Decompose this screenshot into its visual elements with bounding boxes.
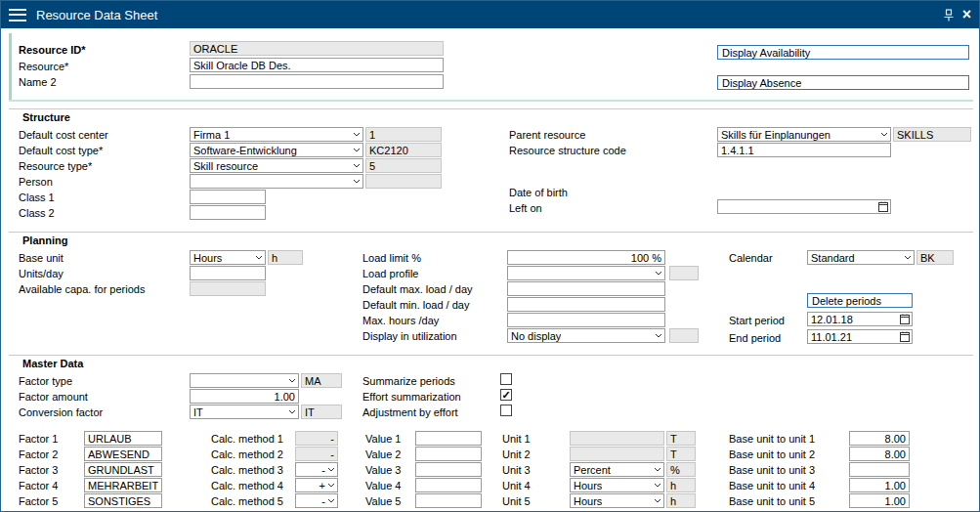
factor2-field[interactable] (84, 447, 162, 461)
base-unit-select[interactable]: Hours (190, 250, 266, 265)
class2-label: Class 2 (19, 207, 55, 219)
chevron-down-icon (288, 378, 296, 383)
display-absence-button[interactable]: Display Absence (717, 75, 969, 90)
unit4-select[interactable]: Hours (570, 478, 664, 492)
base-unit-to-unit1-field[interactable] (849, 431, 910, 446)
delete-periods-button[interactable]: Delete periods (807, 293, 913, 308)
base-unit-to-unit4-field[interactable] (849, 478, 910, 492)
end-period-label: End period (729, 332, 781, 344)
unit3-code (666, 462, 696, 477)
titlebar-actions: × (943, 7, 971, 22)
name2-label: Name 2 (19, 76, 57, 88)
name2-field[interactable] (190, 74, 444, 89)
default-cost-type-select[interactable]: Software-Entwicklung (190, 143, 363, 157)
calendar-label: Calendar (729, 252, 773, 264)
value2-label: Value 2 (365, 448, 402, 460)
default-min-load-field[interactable] (507, 297, 665, 312)
load-limit-label: Load limit % (362, 252, 421, 264)
calc-method3-value: - (299, 464, 327, 476)
default-cost-center-code (365, 127, 442, 142)
load-profile-select[interactable] (507, 266, 665, 280)
resource-name-field[interactable] (190, 58, 444, 72)
factor4-label: Factor 4 (19, 480, 58, 491)
factor1-field[interactable] (84, 431, 162, 446)
chevron-down-icon (655, 271, 662, 276)
calc-method3-select[interactable]: - (295, 462, 338, 477)
chevron-down-icon (654, 498, 661, 503)
calc-method2-label: Calc. method 2 (211, 448, 283, 460)
parent-resource-select[interactable]: Skills für Einplanungen (717, 127, 891, 142)
default-cost-type-code (365, 143, 442, 157)
display-utilization-select[interactable]: No display (507, 328, 665, 343)
base-unit-to-unit5-field[interactable] (849, 493, 910, 508)
default-cost-type-label: Default cost type* (19, 145, 103, 156)
resource-id-field (190, 41, 444, 56)
value2-field[interactable] (415, 447, 482, 461)
display-availability-button[interactable]: Display Availability (717, 45, 969, 60)
calendar-icon[interactable] (900, 331, 910, 342)
calendar-select[interactable]: Standard (807, 250, 915, 265)
person-code (365, 174, 442, 189)
class2-field[interactable] (190, 205, 266, 220)
left-on-label: Left on (509, 202, 542, 214)
value5-field[interactable] (415, 493, 482, 508)
calc-method5-select[interactable]: - (295, 493, 338, 508)
end-period-date-field[interactable]: 11.01.21 (807, 329, 913, 344)
chevron-down-icon (904, 255, 912, 260)
factor-amount-field[interactable] (190, 389, 299, 404)
unit1-label: Unit 1 (502, 433, 531, 445)
close-icon[interactable]: × (962, 7, 971, 22)
start-period-date-field[interactable]: 12.01.18 (807, 312, 913, 326)
chevron-down-icon (327, 467, 335, 472)
adjustment-by-effort-checkbox[interactable] (500, 405, 512, 416)
factor-type-select[interactable] (190, 373, 299, 388)
factor5-field[interactable] (84, 493, 162, 508)
load-limit-field[interactable] (507, 250, 665, 265)
chevron-down-icon (327, 483, 335, 488)
calc-method4-select[interactable]: + (295, 478, 338, 492)
value4-field[interactable] (415, 478, 482, 492)
chevron-down-icon (880, 132, 888, 137)
unit3-value: Percent (574, 464, 611, 476)
pin-icon[interactable] (943, 9, 955, 21)
resource-type-select[interactable]: Skill resource (190, 158, 363, 173)
default-cost-center-select[interactable]: Firma 1 (190, 127, 363, 142)
default-cost-center-value: Firma 1 (193, 129, 230, 141)
conversion-factor-select[interactable]: IT (190, 405, 299, 419)
units-day-field[interactable] (190, 266, 266, 280)
factor3-field[interactable] (84, 462, 162, 477)
chevron-down-icon (353, 132, 361, 137)
base-unit-to-unit2-field[interactable] (849, 447, 910, 461)
summarize-periods-checkbox[interactable] (500, 373, 512, 385)
value1-label: Value 1 (365, 433, 402, 445)
chevron-down-icon (327, 498, 335, 503)
base-unit-to-unit3-field[interactable] (849, 462, 910, 477)
chevron-down-icon (353, 163, 361, 168)
resource-structure-code-field[interactable] (717, 143, 891, 157)
unit5-select[interactable]: Hours (570, 493, 664, 508)
window-title: Resource Data Sheet (36, 8, 157, 22)
calendar-icon[interactable] (878, 201, 888, 212)
value3-field[interactable] (415, 462, 482, 477)
menu-icon[interactable] (9, 9, 26, 21)
calc-method5-label: Calc. method 5 (211, 495, 283, 507)
available-capa-field (190, 281, 266, 296)
parent-resource-code (893, 127, 971, 142)
unit3-select[interactable]: Percent (570, 462, 664, 477)
value5-label: Value 5 (365, 495, 402, 507)
chevron-down-icon (353, 179, 361, 184)
default-max-load-field[interactable] (507, 281, 665, 296)
factor4-field[interactable] (84, 478, 162, 492)
max-hours-day-field[interactable] (507, 313, 665, 327)
master-data-section-divider (9, 355, 973, 356)
left-on-date-field[interactable] (717, 199, 891, 214)
factor1-label: Factor 1 (19, 433, 58, 445)
factor-amount-label: Factor amount (19, 391, 88, 403)
person-select[interactable] (190, 174, 363, 189)
default-max-load-label: Default max. load / day (362, 283, 473, 295)
class1-field[interactable] (190, 190, 266, 204)
value1-field[interactable] (415, 431, 482, 446)
unit1-code (666, 431, 696, 446)
effort-summarization-checkbox[interactable] (500, 389, 512, 401)
calendar-icon[interactable] (900, 314, 910, 324)
